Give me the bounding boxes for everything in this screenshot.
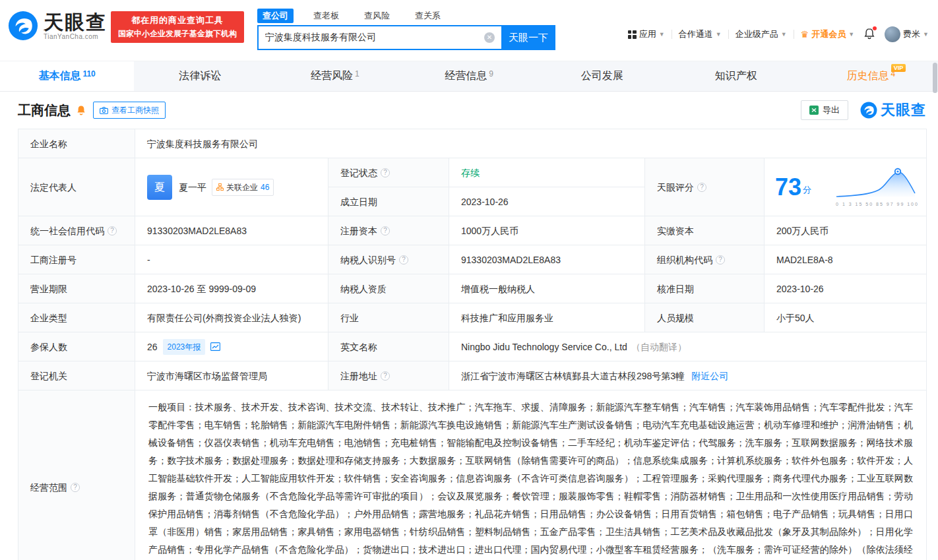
- table-row: 参保人数 26 2023年报 英文名称 Ningbo Jidu Technolo…: [18, 332, 927, 361]
- authority-value: 宁波市海曙区市场监督管理局: [135, 361, 328, 390]
- search-tab-relation[interactable]: 查关系: [410, 9, 446, 23]
- snapshot-button-label: 查看工商快照: [111, 105, 159, 116]
- watermark-brand: 天眼查: [860, 100, 926, 120]
- tab-legal[interactable]: 法律诉讼: [134, 61, 268, 91]
- paid-capital-label: 实缴资本: [645, 216, 765, 245]
- search-tab-risk[interactable]: 查风险: [359, 9, 395, 23]
- menu-apps[interactable]: 应用 ▼: [628, 28, 665, 40]
- help-icon[interactable]: ?: [381, 226, 390, 235]
- promo-line2: 国家中小企业发展子基金旗下机构: [118, 27, 237, 40]
- approval-date-value: 2023-10-26: [765, 274, 927, 303]
- tab-label: 知识产权: [715, 69, 757, 83]
- nearby-companies-link[interactable]: 附近公司: [691, 369, 728, 383]
- search-tabs: 查公司 查老板 查风险 查关系: [257, 8, 555, 24]
- brand-text: 天眼查 TianYanCha.com: [44, 12, 107, 40]
- table-row: 登记机关 宁波市海曙区市场监督管理局 注册地址? 浙江省宁波市海曙区古林镇鄞县大…: [18, 361, 927, 390]
- table-row: 企业名称 宁波集度科技服务有限公司: [18, 129, 927, 158]
- tab-label: 基本信息: [38, 69, 80, 83]
- user-avatar: [885, 26, 900, 42]
- scope-value: 一般项目：技术服务、技术开发、技术咨询、技术交流、技术转让、技术推广；汽车拖车、…: [135, 390, 927, 560]
- legal-rep-name[interactable]: 夏一平: [179, 181, 206, 194]
- notification-bell-icon[interactable]: [863, 28, 875, 42]
- search-button[interactable]: 天眼一下: [501, 25, 555, 50]
- legal-rep-avatar[interactable]: 夏: [147, 175, 172, 200]
- chevron-down-icon: ▼: [781, 31, 787, 38]
- excel-icon: [809, 106, 819, 115]
- menu-user-label: 费米: [903, 28, 920, 40]
- tianyancha-logo-icon: [860, 102, 877, 119]
- subscribe-bell-icon[interactable]: [76, 105, 86, 115]
- tab-company-development[interactable]: 公司发展: [536, 61, 670, 91]
- section-actions: 导出 天眼查: [801, 100, 926, 120]
- tab-label: 法律诉讼: [179, 69, 221, 83]
- page-tabbar: 基本信息110 法律诉讼 经营风险1 经营信息9 公司发展 知识产权 历史信息4…: [0, 61, 938, 92]
- menu-user[interactable]: 费米 ▼: [885, 26, 929, 42]
- search-row: ✕ 天眼一下: [257, 25, 555, 50]
- auto-translate-note: （自动翻译）: [631, 340, 687, 354]
- search-tab-company[interactable]: 查公司: [257, 9, 294, 23]
- help-icon[interactable]: ?: [381, 371, 390, 381]
- org-code-value: MAD2LE8A-8: [765, 245, 927, 274]
- tab-label: 历史信息: [847, 69, 889, 83]
- org-code-label: 组织机构代码?: [645, 245, 765, 274]
- clear-search-icon[interactable]: ✕: [484, 32, 495, 43]
- brand-domain: TianYanCha.com: [44, 33, 107, 40]
- table-row: 营业期限 2023-10-26 至 9999-09-09 纳税人资质 增值税一般…: [18, 274, 927, 303]
- tab-label: 经营风险: [311, 69, 353, 83]
- menu-enterprise-label: 企业级产品: [735, 28, 778, 40]
- help-icon[interactable]: ?: [108, 226, 117, 235]
- term-label: 营业期限: [18, 274, 135, 303]
- help-icon[interactable]: ?: [71, 483, 80, 492]
- scope-label: 经营范围?: [18, 390, 135, 560]
- tianyancha-logo[interactable]: 天眼查 TianYanCha.com: [8, 11, 107, 41]
- tab-operating-risk[interactable]: 经营风险1: [268, 61, 402, 91]
- reg-capital-label: 注册资本?: [328, 216, 449, 245]
- menu-enterprise[interactable]: 企业级产品 ▼: [735, 28, 787, 40]
- menu-vip[interactable]: ♛ 开通会员 ▼: [801, 28, 854, 40]
- trend-chart-icon[interactable]: [210, 342, 220, 351]
- section-title: 工商信息: [18, 102, 71, 119]
- help-icon[interactable]: ?: [381, 168, 390, 177]
- search-input[interactable]: [259, 26, 484, 49]
- help-icon[interactable]: ?: [716, 255, 725, 264]
- score-axis-labels: 0 1 3 15 50 85 97 99 100: [836, 198, 919, 211]
- annual-report-tag[interactable]: 2023年报: [163, 339, 206, 355]
- taxpayer-quality-label: 纳税人资质: [328, 274, 449, 303]
- industry-value: 科技推广和应用服务业: [449, 303, 645, 332]
- snapshot-button[interactable]: 查看工商快照: [93, 102, 166, 119]
- authority-label: 登记机关: [18, 361, 135, 390]
- search-tab-boss[interactable]: 查老板: [308, 9, 344, 23]
- tab-history-info[interactable]: 历史信息4 VIP: [804, 61, 938, 91]
- credit-code-label: 统一社会信用代码?: [18, 216, 135, 245]
- company-type-value: 有限责任公司(外商投资企业法人独资): [135, 303, 328, 332]
- related-companies-pill[interactable]: 关联企业 46: [212, 179, 274, 196]
- tab-business-info[interactable]: 经营信息9: [402, 61, 536, 91]
- page-scrollbar[interactable]: [933, 63, 937, 93]
- tab-count: 110: [82, 69, 95, 78]
- est-date-label: 成立日期: [328, 187, 449, 216]
- taxpayer-id-label: 纳税人识别号?: [328, 245, 449, 274]
- camera-icon: [100, 107, 108, 114]
- tianyancha-logo-icon: [8, 11, 38, 41]
- export-button[interactable]: 导出: [801, 100, 848, 120]
- top-menu: 应用 ▼ 合作通道 ▼ 企业级产品 ▼ ♛ 开通会员 ▼ 费米 ▼: [628, 26, 929, 42]
- top-header: 天眼查 TianYanCha.com 都在用的商业查询工具 国家中小企业发展子基…: [0, 0, 938, 61]
- section-header: 工商信息 查看工商快照 导出 天眼查: [0, 92, 938, 129]
- staff-size-label: 人员规模: [645, 303, 765, 332]
- table-row: 统一社会信用代码? 91330203MAD2LE8A83 注册资本? 1000万…: [18, 216, 927, 245]
- help-icon[interactable]: ?: [399, 255, 408, 264]
- tab-label: 公司发展: [581, 69, 623, 83]
- menu-vip-label: 开通会员: [811, 28, 846, 40]
- help-icon[interactable]: ?: [697, 183, 706, 192]
- menu-partner[interactable]: 合作通道 ▼: [679, 28, 722, 40]
- status-date-stack: 登记状态? 存续 成立日期 2023-10-26: [328, 158, 645, 216]
- tab-basic-info[interactable]: 基本信息110: [0, 61, 134, 91]
- search-box: ✕: [257, 25, 501, 50]
- business-info-table: 企业名称 宁波集度科技服务有限公司 法定代表人 夏 夏一平 关联企业 46 登记…: [18, 129, 927, 560]
- table-row: 法定代表人 夏 夏一平 关联企业 46 登记状态? 存续 成立日期 2023-1…: [18, 158, 927, 216]
- taxpayer-quality-value: 增值税一般纳税人: [449, 274, 645, 303]
- tab-intellectual-property[interactable]: 知识产权: [670, 61, 804, 91]
- tab-count: 9: [489, 69, 493, 78]
- score-value[interactable]: 73分 0 1 3 15 50 85 97 99 100: [765, 158, 927, 216]
- divider: [672, 30, 672, 39]
